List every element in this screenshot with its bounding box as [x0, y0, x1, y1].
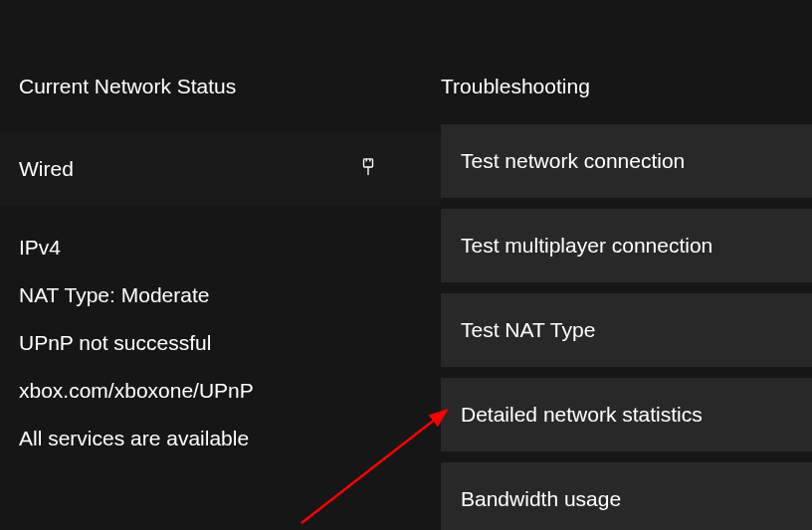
upnp-help-url-label: xbox.com/xboxone/UPnP	[19, 379, 441, 403]
ethernet-icon	[360, 158, 376, 180]
network-status-panel: Current Network Status Wired IPv4 NAT Ty…	[0, 75, 441, 530]
ip-version-label: IPv4	[19, 236, 441, 260]
troubleshooting-item-label: Test multiplayer connection	[461, 234, 712, 258]
troubleshooting-item-label: Test NAT Type	[461, 318, 595, 342]
troubleshooting-item-label: Test network connection	[461, 149, 685, 173]
services-status-label: All services are available	[19, 427, 441, 450]
troubleshooting-item-label: Bandwidth usage	[461, 487, 621, 511]
upnp-status-label: UPnP not successful	[19, 331, 441, 355]
nat-type-label: NAT Type: Moderate	[19, 283, 441, 307]
test-multiplayer-connection-button[interactable]: Test multiplayer connection	[441, 209, 812, 282]
test-nat-type-button[interactable]: Test NAT Type	[441, 293, 812, 367]
network-status-header: Current Network Status	[19, 75, 441, 98]
svg-rect-0	[364, 159, 373, 167]
troubleshooting-panel: Troubleshooting Test network connection …	[441, 75, 812, 530]
troubleshooting-header: Troubleshooting	[441, 75, 812, 98]
bandwidth-usage-button[interactable]: Bandwidth usage	[441, 462, 812, 530]
connection-type-row[interactable]: Wired	[0, 132, 441, 206]
test-network-connection-button[interactable]: Test network connection	[441, 124, 812, 198]
connection-type-label: Wired	[19, 157, 74, 181]
detailed-network-statistics-button[interactable]: Detailed network statistics	[441, 378, 812, 451]
troubleshooting-item-label: Detailed network statistics	[461, 403, 703, 427]
